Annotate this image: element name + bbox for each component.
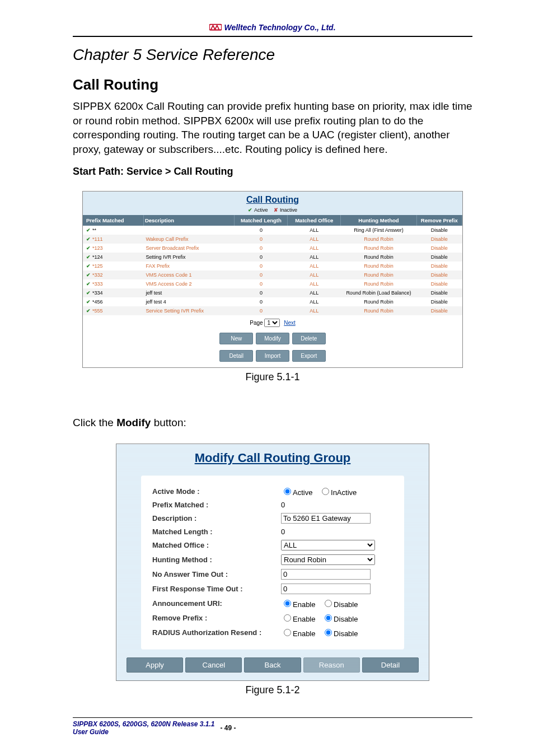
panel-legend: ✔Active ✘Inactive xyxy=(83,206,462,215)
matched-office-select[interactable]: ALL xyxy=(281,540,375,550)
table-row[interactable]: ✔*124Setting IVR Prefix0ALLRound RobinDi… xyxy=(83,253,462,262)
table-row[interactable]: ✔*555Service Setting IVR Prefix0ALLRound… xyxy=(83,306,462,315)
active-radio[interactable] xyxy=(284,488,291,495)
col-office: Matched Office xyxy=(288,215,341,226)
table-row[interactable]: ✔*123Server Broadcast Prefix0ALLRound Ro… xyxy=(83,244,462,253)
table-row[interactable]: ✔*456jeff test 40ALLRound RobinDisable xyxy=(83,297,462,306)
figure1-caption: Figure 5.1-1 xyxy=(73,371,472,383)
panel-buttons-row1: New Modify Delete xyxy=(83,330,462,350)
logo-icon xyxy=(209,22,222,32)
table-row[interactable]: ✔*333VMS Access Code 20ALLRound RobinDis… xyxy=(83,279,462,288)
label-matched-length: Matched Length : xyxy=(152,528,281,536)
col-prefix: Prefix Matched xyxy=(83,215,143,226)
apply-button[interactable]: Apply xyxy=(127,657,183,673)
label-no-answer: No Answer Time Out : xyxy=(152,570,281,578)
label-description: Description : xyxy=(152,514,281,522)
col-hunting: Hunting Method xyxy=(341,215,417,226)
table-row[interactable]: ✔**0ALLRing All (First Answer)Disable xyxy=(83,226,462,235)
intro-paragraph: SIPPBX 6200x Call Routing can provide pr… xyxy=(73,99,472,157)
delete-button[interactable]: Delete xyxy=(292,333,326,344)
modify-button[interactable]: Modify xyxy=(256,333,289,344)
hunting-method-select[interactable]: Round Robin xyxy=(281,554,375,565)
panel-buttons-row2: Detail Import Export xyxy=(83,350,462,367)
modify-title: Modify Call Routing Group xyxy=(124,451,421,465)
no-answer-input[interactable] xyxy=(281,569,371,580)
footer-line1: SIPPBX 6200S, 6200GS, 6200N Release 3.1.… xyxy=(73,720,215,728)
label-radius-resend: RADIUS Authorization Resend : xyxy=(152,628,281,637)
modify-form: Active Mode : Active InActive Prefix Mat… xyxy=(141,475,404,650)
legend-inactive: Inactive xyxy=(280,207,297,213)
radius-enable[interactable] xyxy=(284,629,291,636)
check-icon: ✔ xyxy=(248,207,252,213)
page-footer: SIPPBX 6200S, 6200GS, 6200N Release 3.1.… xyxy=(73,717,472,736)
legend-active: Active xyxy=(254,207,268,213)
section-title: Call Routing xyxy=(73,76,472,94)
announcement-disable[interactable] xyxy=(325,600,332,607)
prefix-matched-value: 0 xyxy=(281,501,285,509)
label-remove-prefix: Remove Prefix : xyxy=(152,614,281,622)
back-button[interactable]: Back xyxy=(244,657,301,673)
col-remove: Remove Prefix xyxy=(416,215,462,226)
page-select[interactable]: 1 xyxy=(264,319,280,327)
label-prefix-matched: Prefix Matched : xyxy=(152,501,281,509)
panel-title: Call Routing xyxy=(83,192,462,206)
radius-disable[interactable] xyxy=(325,629,332,636)
export-button[interactable]: Export xyxy=(292,350,326,362)
matched-length-value: 0 xyxy=(281,528,285,536)
table-row[interactable]: ✔*334jeff test0ALLRound Robin (Load Bala… xyxy=(83,288,462,297)
active-mode-value: Active InActive xyxy=(281,486,395,497)
pager: Page 1 Next xyxy=(83,315,462,330)
modify-panel: Modify Call Routing Group Active Mode : … xyxy=(116,444,429,681)
remove-prefix-enable[interactable] xyxy=(284,614,291,622)
table-row[interactable]: ✔*332VMS Access Code 10ALLRound RobinDis… xyxy=(83,270,462,279)
reason-button[interactable]: Reason xyxy=(303,657,360,673)
page-number: - 49 - xyxy=(221,724,236,732)
x-icon: ✘ xyxy=(274,207,278,213)
start-path: Start Path: Service > Call Routing xyxy=(73,166,472,178)
chapter-title: Chapter 5 Service Reference xyxy=(73,46,472,64)
figure2-caption: Figure 5.1-2 xyxy=(73,684,472,696)
inactive-radio[interactable] xyxy=(322,488,329,495)
footer-line2: User Guide xyxy=(73,728,215,736)
click-instruction: Click the Modify button: xyxy=(73,417,472,429)
page-header: Welltech Technology Co., Ltd. xyxy=(73,22,472,37)
routing-table: Prefix Matched Description Matched Lengt… xyxy=(83,215,462,315)
label-announcement-uri: Announcement URI: xyxy=(152,599,281,608)
import-button[interactable]: Import xyxy=(256,350,289,362)
label-active-mode: Active Mode : xyxy=(152,487,281,496)
remove-prefix-disable[interactable] xyxy=(325,614,332,622)
col-length: Matched Length xyxy=(235,215,288,226)
pager-label: Page xyxy=(250,320,263,326)
table-row[interactable]: ✔*111Wakeup Call Prefix0ALLRound RobinDi… xyxy=(83,235,462,244)
cancel-button[interactable]: Cancel xyxy=(185,657,242,673)
table-row[interactable]: ✔*125FAX Prefix0ALLRound RobinDisable xyxy=(83,262,462,270)
new-button[interactable]: New xyxy=(219,333,253,344)
panel-title-text: Call Routing xyxy=(246,195,299,204)
label-matched-office: Matched Office : xyxy=(152,541,281,549)
next-link[interactable]: Next xyxy=(284,320,296,326)
detail-button[interactable]: Detail xyxy=(219,350,253,362)
first-response-input[interactable] xyxy=(281,584,371,594)
description-input[interactable] xyxy=(281,513,371,524)
col-desc: Description xyxy=(143,215,235,226)
company-name: Welltech Technology Co., Ltd. xyxy=(224,23,335,32)
detail2-button[interactable]: Detail xyxy=(362,657,419,673)
label-first-response: First Response Time Out : xyxy=(152,585,281,593)
call-routing-panel: Call Routing ✔Active ✘Inactive Prefix Ma… xyxy=(82,191,463,368)
announcement-enable[interactable] xyxy=(284,600,291,607)
modify-buttons: Apply Cancel Back Reason Detail xyxy=(124,657,421,673)
label-hunting-method: Hunting Method : xyxy=(152,556,281,564)
